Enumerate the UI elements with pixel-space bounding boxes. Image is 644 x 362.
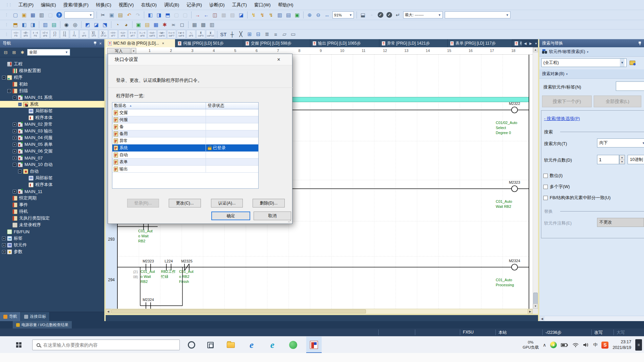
tree-item-软元件[interactable]: +软元件 <box>0 242 104 248</box>
search-input[interactable] <box>43 343 171 348</box>
tree-item-MAIN_06 交握[interactable]: +MAIN_06 交握 <box>0 148 104 155</box>
taskbar-app-file-explorer[interactable] <box>223 337 238 353</box>
device-comment-icon[interactable]: ◩ <box>84 21 92 29</box>
menu-item-11[interactable]: 窗口(W) <box>251 1 274 9</box>
menu-item-6[interactable]: 在线(O) <box>138 1 161 9</box>
checkbox-icon[interactable] <box>543 196 548 200</box>
insert-row-icon[interactable]: ⊞ <box>246 30 254 38</box>
comment-icon[interactable]: ≣ <box>263 30 271 38</box>
ladder-symbol-saF6[interactable]: ⊣≠⊢saF6 <box>157 30 166 39</box>
horizontal-scrollbar[interactable]: ◀ ▶ <box>106 309 533 314</box>
plus-expander-icon[interactable]: + <box>2 243 6 247</box>
plus-expander-icon[interactable]: + <box>13 190 16 193</box>
editor-tab-4[interactable]: 输出 [PRG] [LD] 1065步 <box>310 39 379 47</box>
cross-reference-icon[interactable]: ▥ <box>41 21 49 29</box>
window-2-icon[interactable]: ▤ <box>284 11 292 19</box>
undo-icon[interactable]: ↶ <box>125 11 133 19</box>
note-icon[interactable]: ▱ <box>280 30 288 38</box>
program-row-交握[interactable]: 交握 <box>112 109 258 116</box>
menu-item-1[interactable]: 工程(P) <box>15 1 37 9</box>
tree-item-无执行类型指定[interactable]: 无执行类型指定 <box>0 215 104 222</box>
ladder-symbol-F8[interactable]: [ ]F8 <box>60 30 69 39</box>
zoom-out-icon[interactable]: ⊖ <box>314 11 322 19</box>
tray-app-icon[interactable]: + <box>550 342 557 348</box>
plus-expander-icon[interactable]: + <box>13 136 16 140</box>
tree-item-MAIN_11[interactable]: +MAIN_11 <box>0 188 104 195</box>
auth-button[interactable]: 认证(A)... <box>211 199 243 207</box>
jump-icon[interactable]: ↵ <box>394 11 402 19</box>
ladder-symbol-sF8[interactable]: ⊣↓⊢sF8 <box>118 30 127 39</box>
search-options-link[interactable]: - 搜索/替换选项(P) <box>544 116 580 122</box>
tree-item-MAIN_03 输出[interactable]: +MAIN_03 输出 <box>0 128 104 134</box>
battery-icon[interactable] <box>561 343 568 347</box>
tree-item-程序[interactable]: −程序 <box>0 74 104 81</box>
keyword-combo[interactable]: ▼ <box>64 11 94 18</box>
scroll-left-icon[interactable]: ◀ <box>106 309 111 314</box>
cancel-button[interactable]: 取消 <box>254 212 291 220</box>
register-button[interactable]: 登录(R)... <box>127 199 159 207</box>
program-row-备用[interactable]: 备用 <box>112 130 258 137</box>
monitor-1-icon[interactable]: ▩ <box>220 11 228 19</box>
cortana-button[interactable] <box>188 341 195 349</box>
gear-icon[interactable]: ✱ <box>19 49 26 56</box>
scroll-down-icon[interactable]: ▼ <box>533 304 538 309</box>
taskbar-app-gx-works[interactable] <box>306 337 322 353</box>
expand-all-icon[interactable]: ⊞ <box>10 49 18 56</box>
collapse-all-icon[interactable]: ⊟ <box>2 49 9 56</box>
doc-1-icon[interactable]: ▢ <box>172 11 180 19</box>
tree-item-标签[interactable]: +标签 <box>0 235 104 242</box>
checkbox-option-1[interactable]: 数位(I) <box>543 173 562 179</box>
device-display-3-icon[interactable]: ⬒ <box>164 11 172 19</box>
ladder-symbol-saF8[interactable]: ⊦≠⊣saF8 <box>177 30 186 39</box>
help-icon[interactable]: ? <box>55 11 63 19</box>
plus-expander-icon[interactable]: + <box>13 143 16 146</box>
device-comment-display-icon[interactable]: ◧ <box>146 11 154 19</box>
tree-item-局部标签[interactable]: 局部标签 <box>0 108 104 114</box>
print-icon[interactable]: ▥ <box>38 11 46 19</box>
note-edit-icon[interactable]: ▤ <box>143 21 151 29</box>
find-next-button[interactable]: 搜索下一个(F) <box>542 96 592 107</box>
menu-item-10[interactable]: 工具(T) <box>228 1 251 9</box>
checkbox-icon[interactable] <box>543 185 548 189</box>
plus-expander-icon[interactable]: + <box>13 156 16 160</box>
ladder-symbol-caF10[interactable]: ⊻caF10 <box>206 30 215 39</box>
scale-icon[interactable]: ≍ <box>169 21 177 29</box>
tree-item-程序本体[interactable]: 程序本体 <box>0 114 104 121</box>
ime-indicator[interactable]: 中 <box>593 342 597 348</box>
window-1-icon[interactable]: ▥ <box>276 11 284 19</box>
inline-st-icon[interactable]: ST <box>219 30 227 38</box>
tree-item-自动[interactable]: −自动 <box>0 168 104 175</box>
watch-start-icon[interactable]: ◔ <box>113 21 121 29</box>
ok-button[interactable]: 确定 <box>211 212 250 220</box>
search-scope-combo[interactable]: (全工程)▼ <box>541 58 627 67</box>
grid-2-icon[interactable]: ▩ <box>199 21 207 29</box>
copy-project-icon[interactable]: ▢ <box>46 11 54 19</box>
program-row-表单[interactable]: 表单 <box>112 159 258 166</box>
tree-item-MAIN_07[interactable]: +MAIN_07 <box>0 155 104 161</box>
max-combo[interactable]: 最大: -------▼ <box>403 11 443 18</box>
tree-item-参数[interactable]: +参数 <box>0 248 104 255</box>
redo-icon[interactable]: ↷ <box>134 11 142 19</box>
close-tab-icon[interactable]: × <box>162 41 164 45</box>
new-icon[interactable]: ▢ <box>11 11 19 19</box>
resize-grip[interactable] <box>288 219 291 223</box>
points-input[interactable]: 1 <box>597 155 619 164</box>
screen-display-icon[interactable]: ⬓ <box>359 11 367 19</box>
scroll-up-icon[interactable]: ▲ <box>533 47 538 52</box>
read-from-plc-icon[interactable]: ← <box>202 11 210 19</box>
device-display-2-icon[interactable]: ◨ <box>155 11 163 19</box>
editor-tab-3[interactable]: 交握 [PRG] [LD] 598步 <box>243 39 310 47</box>
check-parameter-icon[interactable]: ✓ <box>385 11 393 19</box>
tree-item-MAIN_02 异常[interactable]: +MAIN_02 异常 <box>0 121 104 128</box>
change-button[interactable]: 更改(C)... <box>169 199 201 207</box>
task-view-button[interactable] <box>207 342 214 348</box>
copy-icon[interactable]: ▣ <box>108 11 116 19</box>
verify-plc-icon[interactable]: ◫ <box>211 11 219 19</box>
label-edit-icon[interactable]: ▣ <box>135 21 143 29</box>
device-init-icon[interactable]: ⬔ <box>101 21 109 29</box>
program-row-备[interactable]: 备 <box>112 123 258 130</box>
search-mode-button[interactable]: 软元件/标签搜索(E)▾ <box>539 47 644 57</box>
run-mode-icon[interactable]: ▣ <box>293 11 301 19</box>
ladder-symbol-saF7[interactable]: ⊦=⊣saF7 <box>167 30 176 39</box>
ladder-symbol-aF7[interactable]: ⊦↑⊣aF7 <box>128 30 137 39</box>
